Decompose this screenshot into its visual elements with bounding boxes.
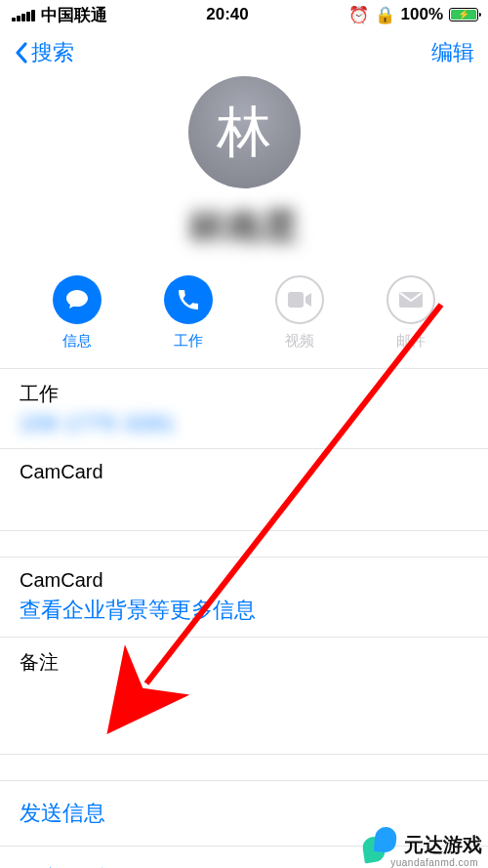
phone-section[interactable]: 工作 159 1775 3281 <box>0 369 488 449</box>
phone-icon <box>164 275 213 324</box>
camcard-section-2[interactable]: CamCard 查看企业背景等更多信息 <box>0 557 488 638</box>
contact-header: 林 林南星 <box>0 76 488 269</box>
phone-label: 工作 <box>20 381 468 407</box>
notes-label: 备注 <box>20 649 468 676</box>
orientation-lock-icon: 🔒 <box>375 5 395 25</box>
contact-name: 林南星 <box>188 202 300 252</box>
video-button[interactable]: 视频 <box>261 275 339 351</box>
back-button[interactable]: 搜索 <box>14 38 74 67</box>
action-buttons: 信息 工作 视频 邮件 <box>0 269 488 369</box>
signal-bars-icon <box>12 9 35 21</box>
camcard-2-label: CamCard <box>20 569 468 592</box>
notes-section[interactable]: 备注 <box>0 638 488 755</box>
message-label: 信息 <box>62 332 92 351</box>
alarm-icon: ⏰ <box>348 5 369 25</box>
call-label: 工作 <box>174 332 203 351</box>
message-button[interactable]: 信息 <box>38 275 116 351</box>
phone-number: 159 1775 3281 <box>20 411 468 436</box>
camcard-section-1[interactable]: CamCard <box>0 449 488 531</box>
mail-label: 邮件 <box>396 332 426 351</box>
mail-icon <box>386 275 435 324</box>
status-left: 中国联通 <box>12 4 107 26</box>
status-right: ⏰ 🔒 100% ⚡ <box>348 5 478 25</box>
send-message-link: 发送信息 <box>20 799 468 828</box>
avatar: 林 <box>188 76 301 188</box>
video-label: 视频 <box>285 332 314 351</box>
message-icon <box>53 275 102 324</box>
video-icon <box>275 275 324 324</box>
battery-pct: 100% <box>401 5 443 24</box>
avatar-initial: 林 <box>217 96 271 170</box>
status-bar: 中国联通 20:40 ⏰ 🔒 100% ⚡ <box>0 0 488 29</box>
camcard-1-label: CamCard <box>20 461 468 483</box>
mail-button[interactable]: 邮件 <box>372 275 450 351</box>
watermark-url: yuandafanmd.com <box>390 857 478 868</box>
carrier-label: 中国联通 <box>41 4 107 26</box>
back-label: 搜索 <box>31 38 74 67</box>
nav-bar: 搜索 编辑 <box>0 29 488 76</box>
clock: 20:40 <box>206 5 248 24</box>
camcard-2-link[interactable]: 查看企业背景等更多信息 <box>20 596 468 625</box>
edit-button[interactable]: 编辑 <box>431 38 474 67</box>
svg-rect-0 <box>288 292 304 308</box>
battery-icon: ⚡ <box>449 8 478 21</box>
call-button[interactable]: 工作 <box>149 275 227 351</box>
chevron-left-icon <box>14 41 29 64</box>
watermark-text: 元达游戏 <box>404 832 482 858</box>
